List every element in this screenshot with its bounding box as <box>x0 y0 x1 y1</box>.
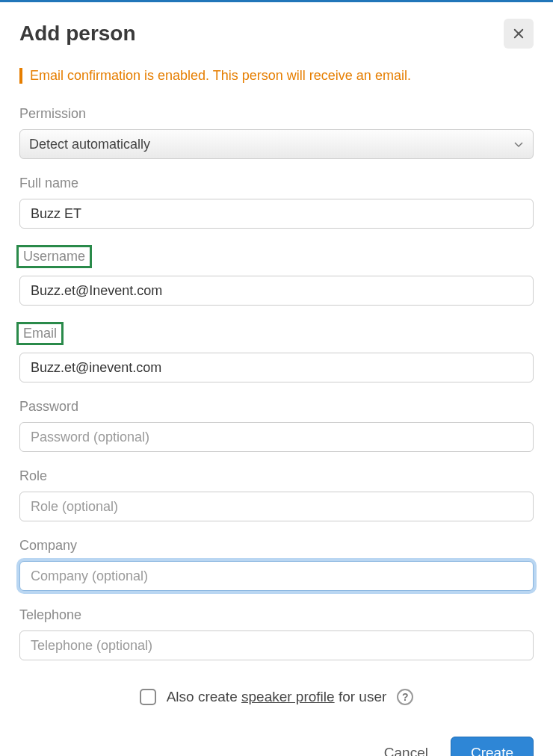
close-button[interactable] <box>504 19 534 49</box>
close-icon <box>512 27 525 40</box>
password-label: Password <box>19 399 78 415</box>
help-icon[interactable]: ? <box>397 689 413 705</box>
password-input[interactable] <box>19 422 534 452</box>
role-input[interactable] <box>19 492 534 521</box>
speaker-profile-checkbox[interactable] <box>140 689 156 705</box>
permission-select[interactable]: Detect automatically <box>19 129 534 159</box>
permission-label: Permission <box>19 106 86 122</box>
company-input[interactable] <box>19 561 534 591</box>
speaker-profile-label: Also create speaker profile for user <box>167 689 387 705</box>
create-button[interactable]: Create <box>451 737 534 756</box>
telephone-input[interactable] <box>19 630 534 660</box>
username-input[interactable] <box>19 276 534 306</box>
telephone-label: Telephone <box>19 607 81 623</box>
modal-title: Add person <box>19 22 136 46</box>
email-input[interactable] <box>19 353 534 382</box>
fullname-label: Full name <box>19 176 78 191</box>
cancel-button[interactable]: Cancel <box>384 745 428 756</box>
role-label: Role <box>19 468 47 484</box>
notice-banner: Email confirmation is enabled. This pers… <box>19 68 534 84</box>
company-label: Company <box>19 538 77 554</box>
email-label: Email <box>16 322 64 345</box>
username-label: Username <box>16 245 92 268</box>
fullname-input[interactable] <box>19 199 534 229</box>
